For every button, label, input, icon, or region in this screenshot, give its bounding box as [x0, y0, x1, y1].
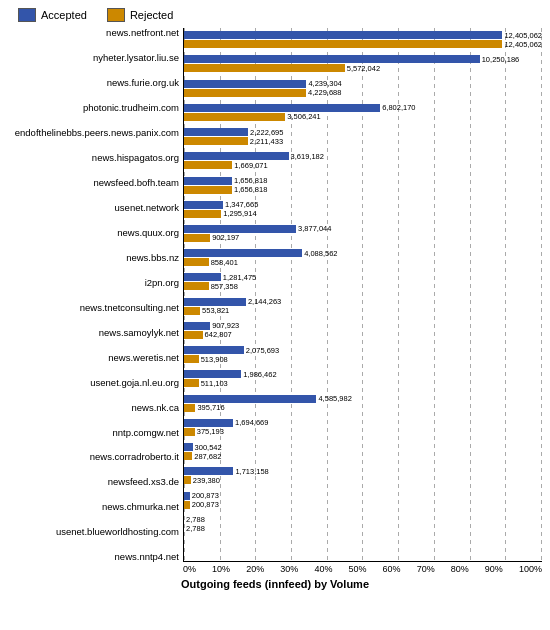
accepted-bar-line: 1,281,475 [184, 273, 542, 281]
accepted-bar [184, 322, 210, 330]
rejected-bar-line: 857,358 [184, 282, 542, 290]
accepted-bar [184, 467, 233, 475]
legend-rejected-label: Rejected [130, 9, 173, 21]
legend-accepted: Accepted [18, 8, 87, 22]
rejected-bar-line: 239,380 [184, 476, 542, 484]
bar-row: 907,923642,807 [184, 319, 542, 343]
accepted-bar [184, 370, 241, 378]
accepted-bar-line: 1,656,818 [184, 177, 542, 185]
accepted-value-label: 2,788 [186, 515, 205, 524]
accepted-bar [184, 177, 232, 185]
y-labels: news.netfront.netnyheter.lysator.liu.sen… [8, 28, 183, 562]
accepted-bar-line: 2,144,263 [184, 298, 542, 306]
rejected-bar-line: 1,656,818 [184, 186, 542, 194]
chart-container: Accepted Rejected news.netfront.netnyhet… [0, 0, 550, 630]
chart-body: news.netfront.netnyheter.lysator.liu.sen… [8, 28, 542, 562]
y-label: nyheter.lysator.liu.se [8, 53, 179, 63]
rejected-bar-line [184, 549, 542, 557]
rejected-value-label: 200,873 [192, 500, 219, 509]
x-axis-label: 0% [183, 564, 196, 574]
rejected-value-label: 858,401 [211, 258, 238, 267]
accepted-bar-line: 1,986,462 [184, 370, 542, 378]
accepted-bar [184, 492, 190, 500]
rejected-bar [184, 64, 345, 72]
x-axis-label: 20% [246, 564, 264, 574]
rejected-value-label: 642,807 [205, 330, 232, 339]
legend-accepted-box [18, 8, 36, 22]
y-label: news.nk.ca [8, 403, 179, 413]
rejected-value-label: 287,682 [194, 452, 221, 461]
rejected-bar [184, 258, 209, 266]
accepted-bar [184, 395, 316, 403]
bar-row: 2,075,693513,908 [184, 343, 542, 367]
rejected-bar-line: 1,295,914 [184, 210, 542, 218]
legend: Accepted Rejected [8, 8, 542, 22]
rejected-bar-line: 513,908 [184, 355, 542, 363]
rejected-bar [184, 234, 210, 242]
y-label: i2pn.org [8, 278, 179, 288]
accepted-bar [184, 298, 246, 306]
rejected-bar [184, 210, 221, 218]
y-label: newsfeed.bofh.team [8, 178, 179, 188]
rejected-bar-line: 287,682 [184, 452, 542, 460]
bar-row: 2,144,263553,821 [184, 295, 542, 319]
bars-area: 12,405,06212,405,06210,250,1865,572,0424… [183, 28, 542, 562]
rejected-bar-line: 2,788 [184, 525, 542, 533]
y-label: news.hispagatos.org [8, 153, 179, 163]
bar-row: 3,619,1821,669,071 [184, 149, 542, 173]
y-label: news.corradroberto.it [8, 452, 179, 462]
accepted-value-label: 1,986,462 [243, 370, 276, 379]
y-label: newsfeed.xs3.de [8, 477, 179, 487]
y-label: endofthelinebbs.peers.news.panix.com [8, 128, 179, 138]
accepted-value-label: 12,405,062 [504, 31, 542, 40]
accepted-bar [184, 249, 302, 257]
accepted-bar [184, 419, 233, 427]
rejected-value-label: 395,716 [197, 403, 224, 412]
accepted-bar-line: 2,222,695 [184, 128, 542, 136]
bar-row: 1,347,6651,295,914 [184, 198, 542, 222]
rejected-bar-line: 2,211,433 [184, 137, 542, 145]
x-axis-label: 100% [519, 564, 542, 574]
rejected-value-label: 12,405,062 [504, 40, 542, 49]
rejected-value-label: 511,103 [201, 379, 228, 388]
rejected-bar [184, 40, 502, 48]
x-axis-label: 10% [212, 564, 230, 574]
accepted-bar-line: 1,713,158 [184, 467, 542, 475]
accepted-bar-line: 4,239,304 [184, 80, 542, 88]
bar-row: 300,542287,682 [184, 440, 542, 464]
rejected-bar [184, 476, 191, 484]
rows-container: 12,405,06212,405,06210,250,1865,572,0424… [184, 28, 542, 561]
rejected-bar-line: 553,821 [184, 307, 542, 315]
x-axis-label: 90% [485, 564, 503, 574]
rejected-value-label: 857,358 [211, 282, 238, 291]
rejected-bar [184, 282, 209, 290]
rejected-bar [184, 355, 199, 363]
bar-row: 3,877,044902,197 [184, 222, 542, 246]
bar-row: 1,694,669375,193 [184, 416, 542, 440]
accepted-bar-line: 1,694,669 [184, 419, 542, 427]
accepted-value-label: 3,619,182 [291, 152, 324, 161]
accepted-bar-line: 4,585,982 [184, 395, 542, 403]
accepted-value-label: 2,075,693 [246, 346, 279, 355]
rejected-value-label: 1,295,914 [223, 209, 256, 218]
bar-row: 200,873200,873 [184, 488, 542, 512]
rejected-bar-line: 5,572,042 [184, 64, 542, 72]
accepted-bar-line: 4,088,562 [184, 249, 542, 257]
rejected-bar-line: 200,873 [184, 501, 542, 509]
rejected-bar-line: 511,103 [184, 379, 542, 387]
bar-row [184, 537, 542, 561]
rejected-value-label: 553,821 [202, 306, 229, 315]
accepted-bar-line: 3,877,044 [184, 225, 542, 233]
rejected-bar [184, 161, 232, 169]
accepted-bar [184, 31, 502, 39]
accepted-bar [184, 443, 193, 451]
accepted-value-label: 2,222,695 [250, 128, 283, 137]
accepted-bar [184, 55, 480, 63]
bar-row: 6,802,1703,506,241 [184, 101, 542, 125]
accepted-bar-line: 907,923 [184, 322, 542, 330]
rejected-bar [184, 452, 192, 460]
rejected-bar-line: 642,807 [184, 331, 542, 339]
rejected-value-label: 239,380 [193, 476, 220, 485]
x-axis-label: 50% [348, 564, 366, 574]
y-label: nntp.comgw.net [8, 428, 179, 438]
